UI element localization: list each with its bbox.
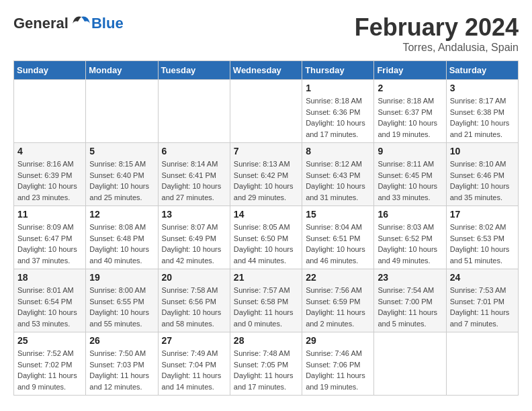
calendar-table: SundayMondayTuesdayWednesdayThursdayFrid… — [13, 60, 519, 396]
day-header-monday: Monday — [86, 61, 158, 80]
week-row-4: 18Sunrise: 8:01 AMSunset: 6:54 PMDayligh… — [14, 269, 519, 332]
calendar-cell — [14, 80, 86, 143]
calendar-cell: 10Sunrise: 8:10 AMSunset: 6:46 PMDayligh… — [446, 143, 518, 206]
day-number: 10 — [450, 146, 515, 156]
calendar-cell: 4Sunrise: 8:16 AMSunset: 6:39 PMDaylight… — [14, 143, 86, 206]
calendar-cell: 6Sunrise: 8:14 AMSunset: 6:41 PMDaylight… — [158, 143, 230, 206]
calendar-cell: 15Sunrise: 8:04 AMSunset: 6:51 PMDayligh… — [302, 206, 374, 269]
day-info: Sunrise: 8:12 AMSunset: 6:43 PMDaylight:… — [306, 158, 370, 203]
calendar-cell: 25Sunrise: 7:52 AMSunset: 7:02 PMDayligh… — [14, 332, 86, 396]
day-header-wednesday: Wednesday — [230, 61, 302, 80]
calendar-cell: 22Sunrise: 7:56 AMSunset: 6:59 PMDayligh… — [302, 269, 374, 332]
day-number: 15 — [306, 209, 370, 220]
page-header: General Blue February 2024 Torres, Andal… — [13, 13, 519, 54]
calendar-cell: 20Sunrise: 7:58 AMSunset: 6:56 PMDayligh… — [158, 269, 230, 332]
day-info: Sunrise: 8:08 AMSunset: 6:48 PMDaylight:… — [89, 222, 154, 266]
day-number: 7 — [234, 146, 298, 156]
day-info: Sunrise: 8:13 AMSunset: 6:42 PMDaylight:… — [234, 158, 298, 203]
day-number: 18 — [17, 272, 82, 283]
calendar-cell: 7Sunrise: 8:13 AMSunset: 6:42 PMDaylight… — [230, 143, 302, 206]
day-info: Sunrise: 7:46 AMSunset: 7:06 PMDaylight:… — [306, 348, 370, 392]
calendar-cell: 2Sunrise: 8:18 AMSunset: 6:37 PMDaylight… — [374, 80, 446, 143]
calendar-cell: 11Sunrise: 8:09 AMSunset: 6:47 PMDayligh… — [14, 206, 86, 269]
day-info: Sunrise: 7:49 AMSunset: 7:04 PMDaylight:… — [162, 348, 226, 392]
calendar-cell: 17Sunrise: 8:02 AMSunset: 6:53 PMDayligh… — [446, 206, 518, 269]
day-number: 26 — [89, 335, 154, 346]
day-info: Sunrise: 7:52 AMSunset: 7:02 PMDaylight:… — [17, 348, 82, 392]
day-number: 28 — [234, 335, 298, 346]
day-info: Sunrise: 7:57 AMSunset: 6:58 PMDaylight:… — [234, 285, 298, 329]
day-number: 14 — [234, 209, 298, 220]
day-number: 20 — [162, 272, 226, 283]
calendar-cell: 28Sunrise: 7:48 AMSunset: 7:05 PMDayligh… — [230, 332, 302, 396]
day-info: Sunrise: 8:05 AMSunset: 6:50 PMDaylight:… — [234, 222, 298, 266]
day-number: 19 — [89, 272, 154, 283]
day-info: Sunrise: 7:58 AMSunset: 6:56 PMDaylight:… — [162, 285, 226, 329]
calendar-cell: 13Sunrise: 8:07 AMSunset: 6:49 PMDayligh… — [158, 206, 230, 269]
calendar-cell — [230, 80, 302, 143]
calendar-cell — [374, 332, 446, 396]
day-number: 21 — [234, 272, 298, 283]
logo: General Blue — [13, 13, 124, 34]
week-row-1: 1Sunrise: 8:18 AMSunset: 6:36 PMDaylight… — [14, 80, 519, 143]
day-number: 16 — [378, 209, 442, 220]
day-info: Sunrise: 7:54 AMSunset: 7:00 PMDaylight:… — [378, 285, 442, 329]
calendar-cell: 23Sunrise: 7:54 AMSunset: 7:00 PMDayligh… — [374, 269, 446, 332]
day-info: Sunrise: 8:03 AMSunset: 6:52 PMDaylight:… — [378, 222, 442, 266]
day-info: Sunrise: 8:10 AMSunset: 6:46 PMDaylight:… — [450, 158, 515, 203]
day-info: Sunrise: 8:16 AMSunset: 6:39 PMDaylight:… — [17, 158, 82, 203]
day-info: Sunrise: 8:18 AMSunset: 6:37 PMDaylight:… — [378, 95, 442, 140]
title-area: February 2024 Torres, Andalusia, Spain — [355, 13, 519, 54]
day-info: Sunrise: 8:17 AMSunset: 6:38 PMDaylight:… — [450, 95, 515, 140]
calendar-cell: 3Sunrise: 8:17 AMSunset: 6:38 PMDaylight… — [446, 80, 518, 143]
day-number: 23 — [378, 272, 442, 283]
calendar-cell: 21Sunrise: 7:57 AMSunset: 6:58 PMDayligh… — [230, 269, 302, 332]
day-header-friday: Friday — [374, 61, 446, 80]
day-info: Sunrise: 8:18 AMSunset: 6:36 PMDaylight:… — [306, 95, 370, 140]
day-number: 9 — [378, 146, 442, 156]
logo-icon — [71, 13, 91, 34]
day-info: Sunrise: 8:09 AMSunset: 6:47 PMDaylight:… — [17, 222, 82, 266]
logo-blue-text: Blue — [91, 15, 124, 32]
day-number: 12 — [89, 209, 154, 220]
calendar-cell — [158, 80, 230, 143]
day-number: 4 — [17, 146, 82, 156]
day-number: 17 — [450, 209, 515, 220]
day-number: 5 — [89, 146, 154, 156]
calendar-cell: 19Sunrise: 8:00 AMSunset: 6:55 PMDayligh… — [86, 269, 158, 332]
day-info: Sunrise: 8:04 AMSunset: 6:51 PMDaylight:… — [306, 222, 370, 266]
calendar-cell: 9Sunrise: 8:11 AMSunset: 6:45 PMDaylight… — [374, 143, 446, 206]
day-header-sunday: Sunday — [14, 61, 86, 80]
day-number: 27 — [162, 335, 226, 346]
calendar-cell: 8Sunrise: 8:12 AMSunset: 6:43 PMDaylight… — [302, 143, 374, 206]
calendar-cell: 18Sunrise: 8:01 AMSunset: 6:54 PMDayligh… — [14, 269, 86, 332]
calendar-cell: 16Sunrise: 8:03 AMSunset: 6:52 PMDayligh… — [374, 206, 446, 269]
month-year-title: February 2024 — [355, 13, 519, 42]
calendar-cell: 5Sunrise: 8:15 AMSunset: 6:40 PMDaylight… — [86, 143, 158, 206]
calendar-cell: 27Sunrise: 7:49 AMSunset: 7:04 PMDayligh… — [158, 332, 230, 396]
day-header-thursday: Thursday — [302, 61, 374, 80]
week-row-2: 4Sunrise: 8:16 AMSunset: 6:39 PMDaylight… — [14, 143, 519, 206]
location-subtitle: Torres, Andalusia, Spain — [355, 42, 519, 54]
day-info: Sunrise: 7:48 AMSunset: 7:05 PMDaylight:… — [234, 348, 298, 392]
calendar-cell: 29Sunrise: 7:46 AMSunset: 7:06 PMDayligh… — [302, 332, 374, 396]
day-number: 8 — [306, 146, 370, 156]
day-info: Sunrise: 8:15 AMSunset: 6:40 PMDaylight:… — [89, 158, 154, 203]
day-info: Sunrise: 8:07 AMSunset: 6:49 PMDaylight:… — [162, 222, 226, 266]
calendar-header-row: SundayMondayTuesdayWednesdayThursdayFrid… — [14, 61, 519, 80]
day-info: Sunrise: 7:53 AMSunset: 7:01 PMDaylight:… — [450, 285, 515, 329]
calendar-cell — [446, 332, 518, 396]
day-info: Sunrise: 8:01 AMSunset: 6:54 PMDaylight:… — [17, 285, 82, 329]
day-info: Sunrise: 7:50 AMSunset: 7:03 PMDaylight:… — [89, 348, 154, 392]
day-number: 24 — [450, 272, 515, 283]
day-number: 25 — [17, 335, 82, 346]
day-number: 13 — [162, 209, 226, 220]
day-header-tuesday: Tuesday — [158, 61, 230, 80]
day-number: 22 — [306, 272, 370, 283]
day-header-saturday: Saturday — [446, 61, 518, 80]
day-info: Sunrise: 8:00 AMSunset: 6:55 PMDaylight:… — [89, 285, 154, 329]
day-number: 2 — [378, 83, 442, 93]
calendar-cell: 12Sunrise: 8:08 AMSunset: 6:48 PMDayligh… — [86, 206, 158, 269]
day-info: Sunrise: 7:56 AMSunset: 6:59 PMDaylight:… — [306, 285, 370, 329]
logo-general-text: General — [13, 15, 69, 32]
